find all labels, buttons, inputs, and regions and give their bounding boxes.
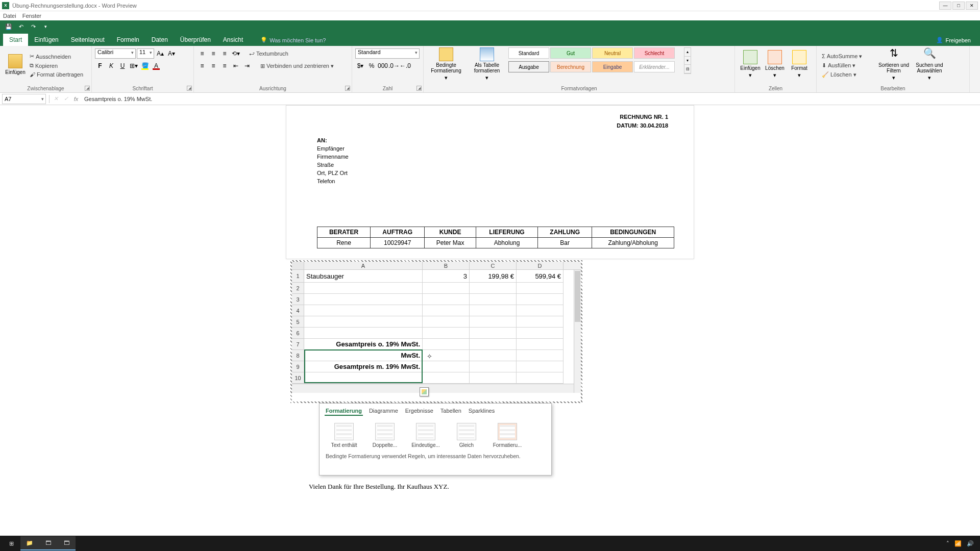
row-header-10[interactable]: 10 (292, 372, 304, 384)
merge-center-button[interactable]: ⊞Verbinden und zentrieren▾ (258, 62, 336, 70)
percent-button[interactable]: % (366, 61, 377, 71)
qa-tab-tabellen[interactable]: Tabellen (439, 407, 462, 416)
cell-styles-gallery[interactable]: Standard Gut Neutral Schlecht Ausgabe Be… (508, 47, 682, 74)
cell-b1[interactable]: 3 (423, 270, 470, 283)
taskbar-app1[interactable]: 🗔 (39, 536, 57, 550)
tell-me[interactable]: 💡 Was möchten Sie tun? (254, 34, 332, 46)
cell-a7[interactable]: Gesamtpreis o. 19% MwSt. (304, 339, 423, 350)
currency-button[interactable]: $▾ (355, 61, 365, 71)
increase-decimal-button[interactable]: .0→ (389, 61, 399, 71)
shrink-font-button[interactable]: A▾ (166, 48, 177, 59)
grid-body[interactable]: 1 Staubsauger 3 199,98 € 599,94 € 2 3 4 … (292, 270, 581, 384)
bold-button[interactable]: F (95, 61, 105, 71)
decrease-decimal-button[interactable]: ←.0 (400, 61, 410, 71)
col-header-b[interactable]: B (423, 262, 470, 269)
style-erklaerender[interactable]: Erklärender... (634, 61, 675, 72)
menu-fenster[interactable]: Fenster (22, 13, 41, 19)
qa-item-eindeutige[interactable]: Eindeutige... (407, 423, 444, 448)
increase-indent-button[interactable]: ⇥ (242, 61, 252, 71)
embedded-worksheet[interactable]: A B C D 1 Staubsauger 3 199,98 € 599,94 … (290, 260, 582, 403)
style-gut[interactable]: Gut (550, 47, 591, 59)
delete-cells-button[interactable]: Löschen▾ (763, 47, 787, 81)
row-header-8[interactable]: 8 (292, 350, 304, 361)
row-header-4[interactable]: 4 (292, 305, 304, 316)
horizontal-scrollbar[interactable] (292, 384, 574, 393)
select-all-corner[interactable] (292, 262, 304, 269)
cut-button[interactable]: ✂Ausschneiden (28, 52, 85, 61)
insert-cells-button[interactable]: Einfügen▾ (738, 47, 763, 81)
redo-icon[interactable]: ↷ (29, 22, 38, 31)
tray-chevron-icon[interactable]: ˄ (946, 540, 949, 547)
clear-button[interactable]: 🧹Löschen▾ (820, 70, 876, 79)
row-header-5[interactable]: 5 (292, 316, 304, 328)
style-eingabe[interactable]: Eingabe (592, 61, 633, 72)
align-center-button[interactable]: ≡ (208, 61, 218, 71)
style-ausgabe[interactable]: Ausgabe (508, 61, 549, 72)
styles-scroll[interactable]: ▴▾⊟ (684, 47, 691, 74)
format-painter-button[interactable]: 🖌Format übertragen (28, 70, 85, 79)
tab-daten[interactable]: Daten (145, 34, 174, 46)
alignment-launcher[interactable]: ◢ (345, 86, 350, 91)
cell-a1[interactable]: Staubsauger (304, 270, 423, 283)
qat-customize-icon[interactable]: ▾ (41, 22, 50, 31)
cell-d1[interactable]: 599,94 € (517, 270, 564, 283)
cell-a9[interactable]: Gesamtpreis m. 19% MwSt. (304, 361, 423, 372)
row-header-3[interactable]: 3 (292, 294, 304, 305)
cell-c1[interactable]: 199,98 € (470, 270, 517, 283)
row-header-1[interactable]: 1 (292, 270, 304, 283)
save-icon[interactable]: 💾 (4, 22, 13, 31)
align-bottom-button[interactable]: ≡ (219, 48, 230, 59)
style-neutral[interactable]: Neutral (592, 47, 633, 59)
vertical-scrollbar[interactable] (574, 270, 581, 392)
number-format-select[interactable]: Standard (355, 48, 420, 59)
sort-filter-button[interactable]: ⇅Sortieren und Filtern▾ (876, 47, 912, 81)
font-color-button[interactable]: A (151, 61, 161, 71)
tray-volume-icon[interactable]: 🔊 (967, 540, 974, 547)
font-name-select[interactable]: Calibri (95, 48, 136, 59)
fill-color-button[interactable]: 🪣 (140, 61, 150, 71)
qa-item-text-enthaelt[interactable]: Text enthält (326, 423, 362, 448)
close-button[interactable]: ✕ (966, 2, 978, 10)
autosum-button[interactable]: ΣAutoSumme▾ (820, 52, 876, 61)
decrease-indent-button[interactable]: ⇤ (231, 61, 241, 71)
minimize-button[interactable]: — (939, 2, 951, 10)
menu-datei[interactable]: Datei (3, 13, 16, 19)
qa-item-gleich[interactable]: Gleich (448, 423, 485, 448)
row-header-7[interactable]: 7 (292, 339, 304, 350)
clipboard-launcher[interactable]: ◢ (85, 86, 90, 91)
tab-ansicht[interactable]: Ansicht (217, 34, 249, 46)
qa-tab-diagramme[interactable]: Diagramme (368, 407, 399, 416)
qa-tab-ergebnisse[interactable]: Ergebnisse (404, 407, 434, 416)
style-berechnung[interactable]: Berechnung (550, 61, 591, 72)
col-header-a[interactable]: A (304, 262, 423, 269)
italic-button[interactable]: K (106, 61, 116, 71)
fill-button[interactable]: ⬇Ausfüllen▾ (820, 61, 876, 70)
taskbar-explorer[interactable]: 📁 (20, 536, 39, 550)
col-header-c[interactable]: C (470, 262, 517, 269)
enter-icon[interactable]: ✓ (61, 94, 71, 104)
align-top-button[interactable]: ≡ (197, 48, 207, 59)
taskbar-app2[interactable]: 🗔 (57, 536, 76, 550)
copy-button[interactable]: ⧉Kopieren (28, 61, 85, 70)
tab-start[interactable]: Start (3, 34, 28, 46)
comma-button[interactable]: 000 (378, 61, 388, 71)
formula-input[interactable]: Gesamtpreis o. 19% MwSt. (81, 96, 980, 102)
qa-item-formatierung[interactable]: Formatieru... (489, 423, 526, 448)
tab-ueberpruefen[interactable]: Überprüfen (174, 34, 217, 46)
align-left-button[interactable]: ≡ (197, 61, 207, 71)
grow-font-button[interactable]: A▴ (155, 48, 165, 59)
share-button[interactable]: 👤 Freigeben (930, 34, 977, 46)
column-headers[interactable]: A B C D (292, 262, 581, 270)
tray-network-icon[interactable]: 📶 (954, 540, 962, 547)
tab-einfuegen[interactable]: Einfügen (28, 34, 64, 46)
col-header-d[interactable]: D (517, 262, 564, 269)
paste-button[interactable]: Einfügen (3, 47, 28, 81)
row-header-9[interactable]: 9 (292, 361, 304, 372)
row-header-6[interactable]: 6 (292, 328, 304, 339)
font-launcher[interactable]: ◢ (187, 86, 192, 91)
qa-item-doppelte[interactable]: Doppelte... (366, 423, 403, 448)
wrap-text-button[interactable]: ⮐Textumbruch (247, 49, 290, 58)
start-button[interactable]: ⊞ (2, 536, 20, 550)
orientation-button[interactable]: ⟲▾ (231, 48, 241, 59)
align-right-button[interactable]: ≡ (219, 61, 230, 71)
